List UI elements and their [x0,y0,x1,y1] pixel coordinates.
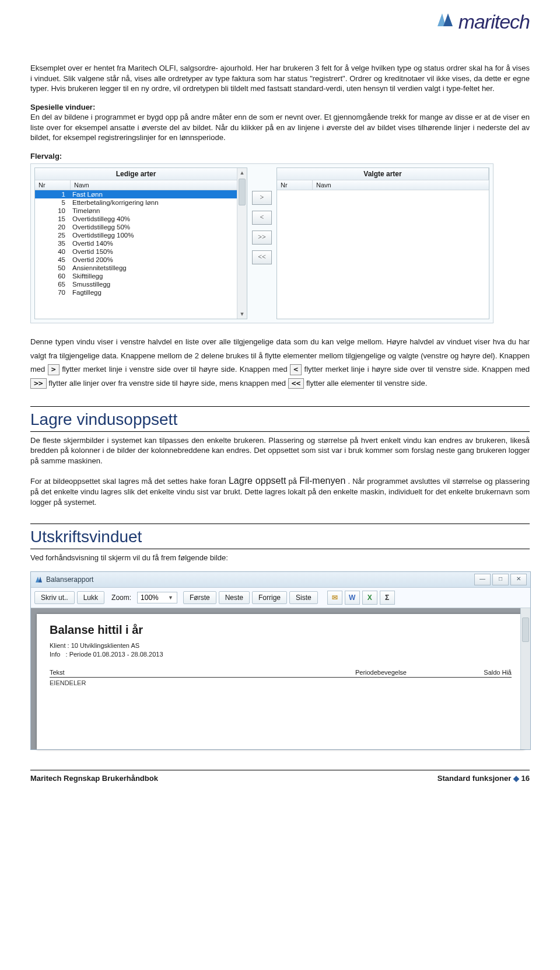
divider [30,406,530,407]
report-window: Balanserapport — □ ✕ Skriv ut.. Lukk Zoo… [30,571,531,750]
list-title: Valgte arter [277,168,489,180]
list-item[interactable]: 50Ansiennitetstillegg [35,264,247,272]
print-button[interactable]: Skriv ut.. [34,591,75,604]
paragraph: Ved forhåndsvisning til skjerm vil du få… [30,553,530,563]
move-right-button[interactable]: > [252,191,272,205]
lt-button-icon: < [290,364,302,375]
column-header-navn: Navn [71,180,237,190]
zoom-label: Zoom: [111,594,131,602]
divider [30,549,530,549]
close-button[interactable]: ✕ [510,574,527,585]
available-list[interactable]: Ledige arter Nr Navn 1Fast Lønn5Etterbet… [34,168,247,319]
zoom-combo[interactable]: ▼ [137,592,177,603]
sum-icon[interactable]: Σ [380,591,395,605]
close-window-button[interactable]: Lukk [77,591,104,604]
diamond-icon: ◆ [513,774,519,783]
chevron-down-icon[interactable]: ▼ [166,595,175,601]
section-heading: Utskriftsvinduet [30,528,530,546]
maximize-button[interactable]: □ [492,574,509,585]
scrollbar[interactable] [520,608,530,749]
report-canvas: Balanse hittil i år Klient : 10 Utviklin… [31,608,530,749]
toolbar: Skriv ut.. Lukk Zoom: ▼ Første Neste For… [31,588,530,608]
scrollbar[interactable]: ▲ ▼ [237,168,247,319]
page-footer: Maritech Regnskap Brukerhåndbok Standard… [30,770,530,783]
logo-text: maritech [459,11,530,33]
gt-button-icon: > [48,364,60,375]
list-item[interactable]: 20Overtidstillegg 50% [35,223,247,231]
report-row: EIENDELER [50,678,512,686]
excel-icon[interactable]: X [362,591,377,605]
list-item[interactable]: 5Etterbetaling/korrigering lønn [35,198,247,207]
last-page-button[interactable]: Siste [289,591,318,604]
divider [30,524,530,524]
next-page-button[interactable]: Neste [219,591,250,604]
scroll-down-icon[interactable]: ▼ [237,309,247,319]
list-item[interactable]: 45Overtid 200% [35,256,247,264]
list-item[interactable]: 70Fagtillegg [35,288,247,296]
column-header: Tekst [50,669,302,676]
brand-logo: maritech [435,11,530,33]
report-meta: Klient : 10 Utviklingsklienten AS Info :… [50,641,512,660]
scroll-thumb[interactable] [239,179,246,205]
list-item[interactable]: 40Overtid 150% [35,247,247,256]
window-title: Balanserapport [46,575,93,584]
app-icon [34,575,43,584]
logo-icon [435,12,456,32]
list-item[interactable]: 35Overtid 140% [35,239,247,247]
paragraph: For at bildeoppsettet skal lagres må det… [30,474,530,508]
column-header: Saldo Hiå [407,669,512,676]
list-item[interactable]: 15Overtidstillegg 40% [35,215,247,223]
first-page-button[interactable]: Første [183,591,216,604]
move-all-right-button[interactable]: >> [252,231,272,245]
move-buttons: > < >> << [252,168,272,264]
report-columns: Tekst Periodebevegelse Saldo Hiå [50,669,512,678]
report-sheet: Balanse hittil i år Klient : 10 Utviklin… [37,614,524,749]
column-header-navn: Navn [313,180,489,190]
paragraph: Eksemplet over er hentet fra Maritech OL… [30,63,530,94]
paragraph: Spesielle vinduer: En del av bildene i p… [30,102,530,143]
subheading: Flervalg: [30,151,530,162]
prev-page-button[interactable]: Forrige [252,591,287,604]
paragraph: Denne typen vindu viser i venstre halvde… [30,335,530,390]
list-item[interactable]: 10Timelønn [35,207,247,215]
mail-icon[interactable]: ✉ [327,591,342,605]
list-item[interactable]: 1Fast Lønn [35,190,247,198]
move-all-left-button[interactable]: << [252,250,272,264]
list-item[interactable]: 60Skifttillegg [35,272,247,280]
minimize-button[interactable]: — [474,574,491,585]
dual-list-picker: Ledige arter Nr Navn 1Fast Lønn5Etterbet… [30,163,494,323]
column-header-nr: Nr [35,180,71,190]
list-item[interactable]: 25Overtidstillegg 100% [35,231,247,239]
divider [30,431,530,432]
footer-left: Maritech Regnskap Brukerhåndbok [30,774,158,783]
column-header: Periodebevegelse [302,669,407,676]
zoom-input[interactable] [139,592,166,603]
ltlt-button-icon: << [288,378,304,389]
subheading: Spesielle vinduer: [30,103,95,111]
window-titlebar[interactable]: Balanserapport — □ ✕ [31,572,530,588]
footer-right: Standard funksjoner ◆ 16 [438,774,530,783]
gtgt-button-icon: >> [30,378,47,389]
report-title: Balanse hittil i år [50,623,512,637]
paragraph: De fleste skjermbilder i systemet kan ti… [30,435,530,466]
section-heading: Lagre vindusoppsett [30,410,530,429]
column-header-nr: Nr [277,180,313,190]
scroll-thumb[interactable] [522,617,529,642]
selected-list[interactable]: Valgte arter Nr Navn [276,168,489,319]
move-left-button[interactable]: < [252,211,272,225]
scroll-up-icon[interactable]: ▲ [237,168,247,177]
word-icon[interactable]: W [345,591,360,605]
list-title: Ledige arter [35,168,237,180]
list-item[interactable]: 65Smusstillegg [35,280,247,288]
